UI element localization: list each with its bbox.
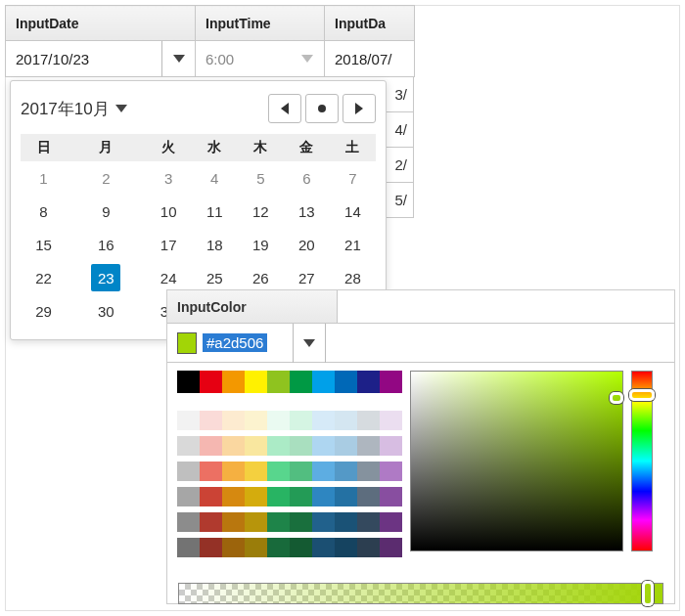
color-swatch[interactable] (357, 538, 380, 557)
color-swatch[interactable] (290, 462, 312, 481)
color-swatch[interactable] (335, 487, 357, 506)
calendar-day[interactable]: 16 (67, 228, 146, 261)
calendar-prev-button[interactable] (268, 94, 301, 123)
color-swatch[interactable] (245, 371, 267, 393)
color-swatch[interactable] (200, 462, 222, 481)
color-swatch[interactable] (222, 512, 245, 532)
color-swatch[interactable] (177, 436, 200, 456)
color-swatch[interactable] (380, 512, 402, 532)
inputcolor-value[interactable]: #a2d506 (203, 333, 267, 352)
color-swatch[interactable] (357, 371, 380, 393)
saturation-value-field[interactable] (410, 371, 623, 551)
color-swatch[interactable] (200, 436, 222, 456)
calendar-day[interactable]: 8 (21, 195, 67, 228)
color-swatch[interactable] (290, 512, 312, 532)
color-swatch[interactable] (177, 371, 200, 393)
calendar-today-button[interactable] (305, 94, 339, 123)
calendar-day[interactable]: 22 (21, 261, 67, 294)
calendar-day[interactable]: 21 (330, 228, 376, 261)
color-swatch[interactable] (222, 462, 245, 481)
color-swatch[interactable] (267, 538, 290, 557)
color-swatch[interactable] (267, 411, 290, 430)
color-swatch[interactable] (245, 512, 267, 532)
color-swatch[interactable] (200, 411, 222, 430)
color-swatch[interactable] (245, 411, 267, 430)
color-swatch[interactable] (245, 436, 267, 456)
calendar-day[interactable]: 2 (67, 161, 146, 195)
calendar-day[interactable]: 23 (67, 261, 146, 294)
calendar-day[interactable]: 20 (284, 228, 330, 261)
calendar-day[interactable]: 30 (67, 294, 146, 328)
inputtime-dropdown-button[interactable] (291, 41, 324, 76)
alpha-cursor[interactable] (642, 581, 654, 606)
calendar-day[interactable]: 11 (192, 195, 238, 228)
color-swatch[interactable] (267, 462, 290, 481)
color-swatch[interactable] (267, 512, 290, 532)
calendar-day[interactable]: 5 (238, 161, 284, 195)
color-swatch[interactable] (357, 436, 380, 456)
color-swatch[interactable] (290, 538, 312, 557)
color-swatch[interactable] (312, 411, 335, 430)
color-swatch[interactable] (200, 512, 222, 532)
calendar-title-button[interactable]: 2017年10月 (21, 98, 127, 120)
color-swatch[interactable] (357, 411, 380, 430)
color-swatch[interactable] (380, 462, 402, 481)
color-swatch[interactable] (200, 371, 222, 393)
color-swatch[interactable] (335, 538, 357, 557)
color-swatch[interactable] (222, 371, 245, 393)
inputdate-dropdown-button[interactable] (161, 41, 195, 76)
calendar-day[interactable]: 9 (67, 195, 146, 228)
color-swatch[interactable] (290, 487, 312, 506)
calendar-day[interactable]: 13 (284, 195, 330, 228)
color-swatch[interactable] (312, 462, 335, 481)
color-swatch[interactable] (335, 462, 357, 481)
calendar-day[interactable]: 19 (238, 228, 284, 261)
color-swatch[interactable] (222, 411, 245, 430)
calendar-next-button[interactable] (342, 94, 376, 123)
calendar-day[interactable]: 15 (21, 228, 67, 261)
inputcolor-cell[interactable]: #a2d506 (167, 324, 674, 363)
color-swatch[interactable] (290, 411, 312, 430)
color-swatch[interactable] (312, 538, 335, 557)
color-swatch[interactable] (222, 538, 245, 557)
color-swatch[interactable] (222, 436, 245, 456)
calendar-day[interactable]: 14 (330, 195, 376, 228)
color-swatch[interactable] (177, 411, 200, 430)
color-swatch[interactable] (245, 462, 267, 481)
calendar-day[interactable]: 12 (238, 195, 284, 228)
color-swatch[interactable] (177, 538, 200, 557)
inputcolor-dropdown-button[interactable] (293, 324, 326, 363)
color-swatch[interactable] (245, 487, 267, 506)
color-swatch[interactable] (312, 371, 335, 393)
calendar-day[interactable]: 10 (146, 195, 192, 228)
color-swatch[interactable] (312, 512, 335, 532)
calendar-day[interactable]: 18 (192, 228, 238, 261)
color-swatch[interactable] (357, 462, 380, 481)
color-swatch[interactable] (380, 538, 402, 557)
color-swatch[interactable] (177, 487, 200, 506)
color-swatch[interactable] (335, 512, 357, 532)
color-swatch[interactable] (222, 487, 245, 506)
color-swatch[interactable] (267, 436, 290, 456)
inputtime-cell[interactable]: 6:00 (196, 41, 324, 76)
color-swatch[interactable] (357, 512, 380, 532)
color-swatch[interactable] (267, 487, 290, 506)
sv-cursor[interactable] (610, 392, 623, 404)
calendar-day[interactable]: 29 (21, 294, 67, 328)
hue-cursor[interactable] (629, 389, 655, 401)
color-swatch[interactable] (380, 411, 402, 430)
color-swatch[interactable] (335, 371, 357, 393)
calendar-day[interactable]: 3 (146, 161, 192, 195)
color-swatch[interactable] (335, 436, 357, 456)
alpha-slider[interactable] (178, 583, 663, 604)
color-swatch[interactable] (200, 538, 222, 557)
inputdate-cell[interactable]: 2017/10/23 (6, 41, 195, 76)
color-swatch[interactable] (380, 371, 402, 393)
color-swatch[interactable] (380, 436, 402, 456)
calendar-day[interactable]: 7 (330, 161, 376, 195)
color-swatch[interactable] (245, 538, 267, 557)
color-swatch[interactable] (335, 411, 357, 430)
color-swatch[interactable] (290, 371, 312, 393)
calendar-day[interactable]: 17 (146, 228, 192, 261)
calendar-day[interactable]: 6 (284, 161, 330, 195)
